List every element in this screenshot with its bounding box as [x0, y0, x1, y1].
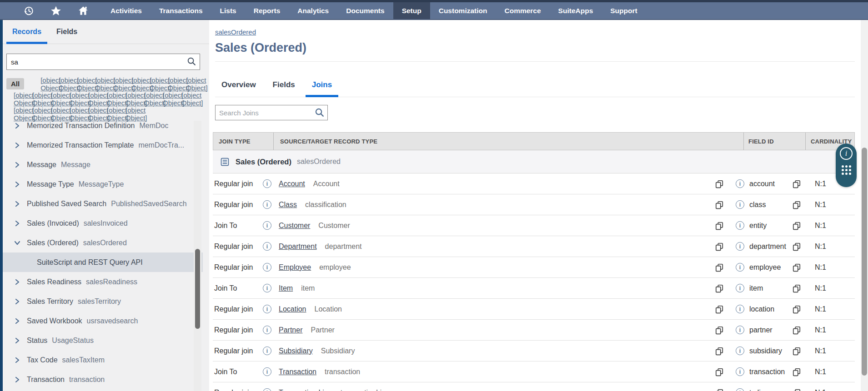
info-icon[interactable]: i — [263, 326, 279, 334]
alphabet-filter-letter[interactable]: [object Object] — [107, 106, 125, 122]
alphabet-filter-letter[interactable]: [object Object] — [107, 91, 125, 107]
recents-icon[interactable] — [23, 5, 35, 17]
info-icon[interactable]: i — [736, 200, 746, 209]
tree-item[interactable]: Tax Code salesTaxItem — [3, 350, 203, 370]
record-link[interactable]: Customer — [279, 222, 310, 230]
record-detail-tab[interactable]: Overview — [215, 80, 262, 97]
nav-menu-item[interactable]: Activities — [102, 2, 151, 19]
alphabet-filter-letter[interactable]: [object Object] — [70, 106, 88, 122]
chevron-right-icon[interactable] — [14, 220, 21, 227]
alphabet-filter-letter[interactable]: [object Object] — [95, 76, 113, 92]
joins-search-input[interactable] — [216, 105, 327, 120]
copy-icon[interactable] — [792, 242, 802, 251]
alphabet-filter-letter[interactable]: [object Object] — [168, 76, 186, 92]
alphabet-filter-letter[interactable]: [object Object] — [186, 76, 204, 92]
alphabet-filter-letter[interactable]: [object Object] — [77, 76, 95, 92]
info-icon[interactable]: i — [263, 305, 279, 313]
tree-item[interactable]: Memorized Transaction Template memDocTra… — [3, 135, 203, 155]
nav-menu-item[interactable]: Support — [602, 2, 646, 19]
copy-icon[interactable] — [792, 263, 802, 272]
alphabet-filter-letter[interactable]: [object Object] — [32, 106, 51, 122]
search-icon[interactable] — [187, 57, 196, 68]
tree-item[interactable]: Transaction transaction — [3, 370, 203, 389]
home-icon[interactable] — [77, 5, 89, 17]
info-icon[interactable]: i — [263, 346, 279, 355]
info-icon[interactable]: i — [263, 179, 279, 188]
copy-icon[interactable] — [792, 221, 802, 230]
breadcrumb[interactable]: salesOrdered — [215, 28, 256, 36]
tree-item[interactable]: Published Saved Search PublishedSavedSea… — [3, 194, 203, 213]
info-icon[interactable]: i — [263, 263, 279, 272]
info-icon[interactable]: i — [263, 221, 279, 230]
tree-item[interactable]: Sales (Ordered) salesOrdered — [3, 233, 203, 252]
alphabet-filter-letter[interactable]: [object Object] — [59, 76, 77, 92]
alphabet-filter-letter[interactable]: [object Object] — [113, 76, 131, 92]
tree-item[interactable]: Memorized Transaction Definition MemDoc — [3, 121, 203, 135]
info-icon[interactable]: i — [736, 346, 746, 355]
tree-item[interactable]: Status UsageStatus — [3, 331, 203, 350]
alphabet-filter-letter[interactable]: [object Object] — [144, 91, 163, 107]
chevron-right-icon[interactable] — [14, 200, 21, 208]
nav-menu-item[interactable]: Reports — [245, 2, 289, 19]
chevron-right-icon[interactable] — [14, 161, 21, 168]
alphabet-filter-letter[interactable]: [object Object] — [181, 91, 200, 107]
copy-icon[interactable] — [715, 326, 725, 335]
chevron-right-icon[interactable] — [14, 142, 21, 149]
alphabet-filter-letter[interactable]: [object Object] — [32, 91, 51, 107]
info-icon[interactable]: i — [736, 221, 746, 230]
alphabet-filter-letter[interactable]: [object Object] — [70, 91, 88, 107]
info-icon[interactable]: i — [736, 179, 746, 188]
alphabet-filter-letter[interactable]: [object Object] — [150, 76, 168, 92]
alphabet-filter-letter[interactable]: [object Object] — [125, 106, 144, 122]
copy-icon[interactable] — [715, 305, 725, 314]
sidebar-tab[interactable]: Records — [6, 20, 47, 44]
copy-icon[interactable] — [715, 346, 725, 356]
chevron-right-icon[interactable] — [14, 298, 21, 305]
alphabet-filter-letter[interactable]: [object Object] — [14, 91, 32, 107]
shortcuts-icon[interactable] — [50, 5, 62, 17]
record-link[interactable]: Employee — [279, 263, 311, 272]
chevron-right-icon[interactable] — [14, 181, 21, 188]
copy-icon[interactable] — [792, 284, 802, 293]
info-icon[interactable]: i — [736, 242, 746, 251]
alphabet-filter-letter[interactable]: [object Object] — [51, 91, 70, 107]
nav-menu-item[interactable]: Customization — [430, 2, 496, 19]
alphabet-filter-letter[interactable]: [object Object] — [131, 76, 150, 92]
chevron-right-icon[interactable] — [14, 337, 21, 344]
record-link[interactable]: Partner — [279, 326, 302, 334]
info-icon[interactable]: i — [263, 242, 279, 251]
alphabet-filter-letter[interactable]: [object Object] — [40, 76, 59, 92]
tree-item[interactable]: Sales Territory salesTerritory — [3, 292, 203, 311]
alphabet-filter-letter[interactable]: [object Object] — [88, 106, 107, 122]
nav-menu-item[interactable]: Documents — [337, 2, 393, 19]
nav-menu-item[interactable]: Transactions — [151, 2, 211, 19]
record-link[interactable]: Transaction Line — [279, 389, 332, 391]
chevron-right-icon[interactable] — [14, 356, 21, 364]
copy-icon[interactable] — [715, 263, 725, 272]
widget-info-icon[interactable]: i — [840, 147, 853, 160]
alphabet-filter-letter[interactable]: [object Object] — [88, 91, 107, 107]
info-icon[interactable]: i — [263, 284, 279, 292]
copy-icon[interactable] — [792, 326, 802, 335]
record-detail-tab[interactable]: Fields — [266, 80, 301, 97]
nav-menu-item[interactable]: SuiteApps — [550, 2, 602, 19]
chevron-right-icon[interactable] — [14, 278, 21, 286]
nav-menu-item[interactable]: Commerce — [496, 2, 549, 19]
copy-icon[interactable] — [792, 305, 802, 314]
copy-icon[interactable] — [715, 367, 725, 376]
copy-icon[interactable] — [715, 179, 725, 188]
copy-icon[interactable] — [792, 367, 802, 376]
copy-icon[interactable] — [715, 242, 725, 251]
chevron-right-icon[interactable] — [14, 376, 21, 383]
nav-menu-item[interactable]: Analytics — [289, 2, 337, 19]
chevron-right-icon[interactable] — [14, 317, 21, 325]
copy-icon[interactable] — [792, 388, 802, 391]
page-scrollbar[interactable] — [861, 20, 868, 391]
record-link[interactable]: Location — [279, 305, 306, 313]
record-link[interactable]: Account — [279, 180, 305, 188]
info-icon[interactable]: i — [736, 305, 746, 313]
tree-item[interactable]: Sales (Invoiced) salesInvoiced — [3, 213, 203, 233]
copy-icon[interactable] — [792, 200, 802, 209]
info-icon[interactable]: i — [263, 367, 279, 376]
alphabet-filter-all-button[interactable]: All — [6, 78, 24, 89]
